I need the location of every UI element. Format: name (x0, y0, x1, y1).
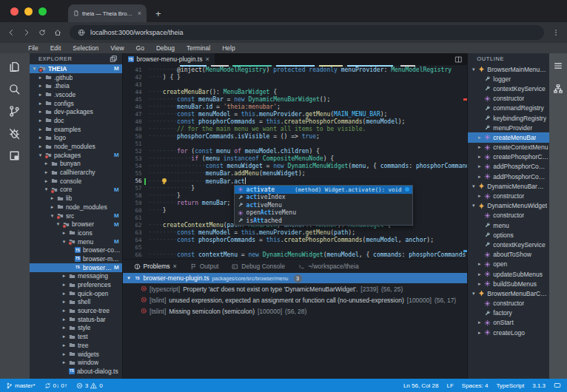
code-line-41[interactable]: 41········@inject(MenuModelRegistry) pro… (123, 67, 468, 74)
problem-row[interactable]: [tslint]Missing semicolon (semicolon)[10… (123, 305, 468, 317)
split-editor-icon[interactable] (454, 55, 463, 64)
expand-arrow-icon[interactable]: ▾ (61, 239, 67, 245)
suggestion-activemenu[interactable]: activeMenu (235, 201, 412, 209)
expand-arrow-icon[interactable]: ▾ (44, 186, 49, 192)
expand-arrow-icon[interactable]: ▸ (38, 109, 43, 115)
close-panel-icon[interactable]: × (172, 263, 176, 270)
code-line-49[interactable]: 49········// for the main menu we want a… (123, 126, 468, 133)
expand-arrow-icon[interactable]: ▸ (61, 334, 67, 339)
expand-arrow-icon[interactable]: ▸ (38, 135, 43, 141)
code-line-55[interactable]: 55················menuBar.addMenu(menuWi… (123, 170, 468, 178)
tree-item-bunyan[interactable]: ▸bunyan (30, 160, 122, 169)
expand-arrow-icon[interactable]: ▸ (38, 143, 43, 149)
tree-item-icons[interactable]: ▸icons (30, 229, 122, 237)
expand-arrow-icon[interactable]: ▾ (471, 183, 476, 189)
tree-item-about-dialog-ts[interactable]: TSabout-dialog.ts (30, 367, 122, 376)
expand-arrow-icon[interactable]: ▸ (38, 101, 43, 107)
indentation[interactable]: Spaces: 4 (462, 382, 489, 389)
expand-arrow-icon[interactable]: ▾ (56, 221, 61, 227)
outline-item-dynamicmenuwidget[interactable]: ▾DynamicMenuWidget (468, 201, 549, 211)
tree-item-browser-menu-module-ts[interactable]: TSbrowser-menu-module.ts (30, 254, 122, 263)
code-line-51[interactable]: 51 (123, 141, 468, 148)
expand-arrow-icon[interactable]: ▸ (61, 282, 67, 288)
reload-icon[interactable] (38, 29, 46, 36)
expand-arrow-icon[interactable]: ▸ (61, 273, 67, 279)
expand-arrow-icon[interactable]: ▸ (50, 195, 55, 201)
editor-tab[interactable]: TS browser-menu-plugin.ts × (123, 53, 215, 65)
outline-item-addphosphorcommand[interactable]: ▸addPhosphorCommand (468, 172, 549, 181)
menu-item-file[interactable]: File (22, 44, 44, 52)
tree-item-node-modules[interactable]: ▸node_modules (30, 203, 122, 212)
tree-item-style[interactable]: ▸style (30, 324, 122, 333)
outline-item-constructor[interactable]: constructor (468, 94, 549, 104)
expand-arrow-icon[interactable]: ▸ (477, 271, 482, 277)
tree-item-quick-open[interactable]: ▸quick-open (30, 289, 122, 298)
eol[interactable]: LF (446, 382, 453, 389)
hierarchy-view-icon[interactable] (553, 84, 563, 94)
code-line-42[interactable]: 42····) { } (123, 74, 468, 81)
problem-row[interactable]: [typescript]Property 'act' does not exis… (123, 283, 468, 294)
expand-arrow-icon[interactable]: ▸ (38, 92, 43, 98)
outline-item-dynamicmenubarwidget[interactable]: ▾DynamicMenuBarWidget (468, 181, 549, 191)
expand-arrow-icon[interactable]: ▸ (38, 126, 43, 132)
tree-item-lib[interactable]: ▸lib (30, 194, 122, 203)
url-bar[interactable]: localhost:3000/workspace/theia (70, 25, 544, 40)
suggestion-activeindex[interactable]: activeIndex (235, 194, 412, 202)
menu-item-selection[interactable]: Selection (67, 44, 104, 52)
expand-arrow-icon[interactable]: ▸ (477, 281, 482, 287)
tree-item-status-bar[interactable]: ▸status-bar (30, 315, 122, 324)
debug-icon[interactable] (8, 127, 21, 140)
tree-item-dev-packages[interactable]: ▸dev-packages (30, 107, 122, 116)
code-line-47[interactable]: 47········const menuModel = this.menuPro… (123, 111, 468, 118)
expand-arrow-icon[interactable]: ▾ (127, 275, 132, 281)
code-line-53[interactable]: 53············if (menu instanceof Compos… (123, 155, 468, 163)
search-icon[interactable] (8, 83, 21, 95)
tree-item-configs[interactable]: ▸configs (30, 99, 122, 108)
expand-arrow-icon[interactable]: ▸ (477, 163, 482, 169)
code-line-43[interactable]: 43 (123, 81, 468, 89)
code-line-50[interactable]: 50········phosphorCommands.isVisible = (… (123, 133, 468, 141)
expand-arrow-icon[interactable]: ▸ (61, 342, 67, 348)
outline-item-abouttoshow[interactable]: aboutToShow (468, 250, 549, 260)
code-line-65[interactable]: 65 (123, 244, 468, 251)
expand-arrow-icon[interactable]: ▾ (471, 203, 476, 209)
code-line-46[interactable]: 46········menuBar.id = 'theia:menubar'; (123, 104, 468, 111)
tree-item-theia[interactable]: ▾THEIAM (30, 64, 122, 73)
source-control-icon[interactable] (8, 105, 21, 118)
outline-item-commandregistry[interactable]: commandRegistry (468, 104, 549, 113)
code-line-56[interactable]: 56················menuBar.act (123, 178, 468, 185)
outline-item-createmenubar[interactable]: ▸createMenuBar (468, 132, 549, 142)
expand-arrow-icon[interactable]: ▾ (32, 66, 37, 72)
expand-arrow-icon[interactable]: ▸ (50, 204, 55, 210)
home-icon[interactable] (54, 29, 61, 36)
expand-arrow-icon[interactable]: ▸ (477, 144, 482, 150)
tree-item-doc[interactable]: ▸doc (30, 116, 122, 125)
panel-tab-debug-console[interactable]: Debug Console (225, 260, 292, 273)
expand-arrow-icon[interactable]: ▸ (61, 317, 67, 322)
code-line-44[interactable]: 44····createMenuBar(): MenuBarWidget { (123, 89, 468, 96)
expand-arrow-icon[interactable]: ▸ (61, 291, 67, 297)
outline-item-browsermenubarcontrib[interactable]: ▾BrowserMenuBarContrib... (468, 288, 549, 298)
problem-row[interactable]: [tslint]unused expression, expected an a… (123, 294, 468, 305)
tree-item-menu[interactable]: ▾menuM (30, 237, 122, 246)
code-line-63[interactable]: 63········const menuModel = this.menuPro… (123, 229, 468, 237)
problems-status[interactable]: 3 0 (76, 382, 103, 389)
menu-item-help[interactable]: Help (216, 44, 241, 52)
outline-item-addphosphorcommands[interactable]: ▸addPhosphorCommands (468, 162, 549, 172)
outline-item-contextkeyservice[interactable]: contextKeyService (468, 84, 549, 93)
tree-item-preferences[interactable]: ▸preferences (30, 280, 122, 289)
code-line-66[interactable]: 66········const contextMenu = new Dynami… (123, 251, 468, 259)
expand-arrow-icon[interactable]: ▸ (477, 154, 482, 160)
outline-item-createlogo[interactable]: ▸createLogo (468, 328, 549, 337)
feedback-icon[interactable] (554, 382, 561, 389)
new-tab-button[interactable]: + (155, 9, 161, 18)
close-tab-icon[interactable]: × (138, 10, 141, 17)
outline-item-constructor[interactable]: constructor (468, 211, 549, 220)
menu-item-go[interactable]: Go (130, 44, 150, 52)
expand-arrow-icon[interactable]: ▸ (61, 351, 67, 357)
back-icon[interactable] (7, 29, 15, 36)
expand-arrow-icon[interactable]: ▸ (38, 75, 43, 81)
extensions-icon[interactable] (8, 149, 21, 162)
version[interactable]: 3.1.3 (532, 382, 546, 389)
close-editor-icon[interactable]: × (205, 55, 209, 63)
